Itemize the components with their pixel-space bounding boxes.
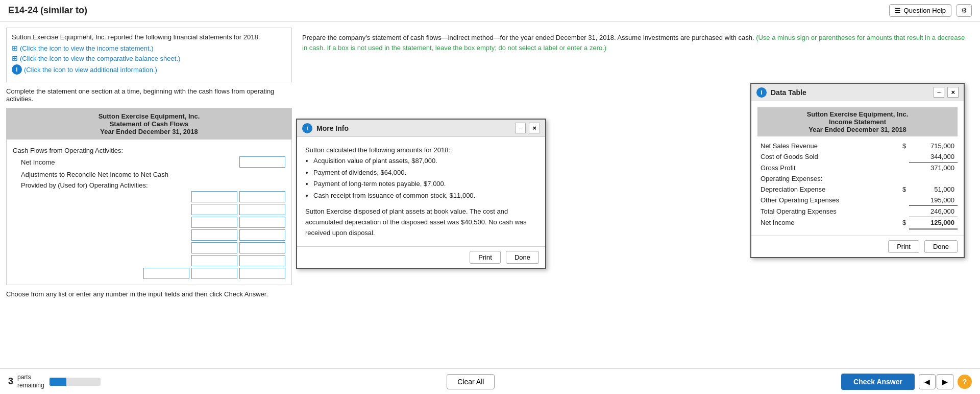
net-income-label: Net Income [21,158,239,166]
more-info-modal: i More Info − × Sutton calculated the fo… [296,119,546,269]
more-info-intro: Sutton calculated the following amounts … [305,145,537,156]
other-op-exp-amount: 195,000 [909,195,958,206]
info-icon-link: i [12,64,22,75]
depr-exp-label: Depreciation Expense [757,184,893,195]
balance-sheet-link[interactable]: ⊞ (Click the icon to view the comparativ… [12,54,286,62]
op-input-6a[interactable] [191,255,237,266]
cogs-symbol [893,151,909,163]
op-inputs-6 [191,255,285,266]
statement-header: Sutton Exercise Equipment, Inc. Statemen… [7,108,291,140]
op-input-6b[interactable] [239,255,285,266]
adjustments-label: Adjustments to Reconcile Net Income to N… [13,171,285,178]
table-row: Operating Expenses: [757,173,958,184]
bullet-2: Payment of dividends, $64,000. [313,168,537,178]
income-statement-table: Net Sales Revenue $ 715,000 Cost of Good… [757,141,958,229]
op-input-4a[interactable] [191,229,237,241]
op-row-5 [13,242,285,253]
cogs-amount: 344,000 [909,151,958,163]
more-info-modal-footer: Print Done [297,246,545,268]
list-icon: ☰ [895,7,901,14]
header: E14-24 (similar to) ☰ Question Help ⚙ [0,0,980,21]
table-row: Gross Profit 371,000 [757,163,958,174]
income-statement-link[interactable]: ⊞ (Click the icon to view the income sta… [12,44,286,52]
more-info-modal-body: Sutton calculated the following amounts … [297,137,545,246]
right-instructions-text: Prepare the company's statement of cash … [302,34,754,41]
section1-label: Cash Flows from Operating Activities: [13,147,285,154]
statement-body: Cash Flows from Operating Activities: Ne… [7,140,291,285]
op-input-4b[interactable] [239,229,285,241]
data-table-close-button[interactable]: × [947,87,959,98]
provided-label: Provided by (Used for) Operating Activit… [13,181,285,189]
additional-info-link[interactable]: i (Click the icon to view additional inf… [12,64,286,75]
left-top-info: Sutton Exercise Equipment, Inc. reported… [6,28,292,82]
op-input-7c[interactable] [239,268,285,279]
gross-profit-label: Gross Profit [757,163,893,174]
more-info-done-button[interactable]: Done [506,251,539,264]
more-info-bullets: Acquisition value of plant assets, $87,0… [313,156,537,201]
help-button[interactable]: ? [958,375,972,389]
op-input-3a[interactable] [191,217,237,228]
more-info-modal-header: i More Info − × [297,120,545,137]
left-panel: Sutton Exercise Equipment, Inc. reported… [6,28,292,362]
op-input-5a[interactable] [191,242,237,253]
bullet-1: Acquisition value of plant assets, $87,0… [313,156,537,167]
dt-statement-title: Income Statement [761,118,954,126]
prev-button[interactable]: ◀ [919,374,936,389]
clear-all-button[interactable]: Clear All [447,374,495,389]
cogs-label: Cost of Goods Sold [757,151,893,163]
net-income-input[interactable] [239,156,285,168]
data-table-body: Sutton Exercise Equipment, Inc. Income S… [751,101,964,236]
question-help-button[interactable]: ☰ Question Help [889,4,951,17]
more-info-close-button[interactable]: × [529,123,540,133]
data-table-print-button[interactable]: Print [888,240,919,253]
more-info-title: More Info [316,124,349,132]
gross-profit-amount: 371,000 [909,163,958,174]
more-info-minimize-button[interactable]: − [515,123,526,133]
parts-remaining-info: 3 partsremaining [8,374,44,389]
op-row-2 [13,204,285,215]
statement-title: Statement of Cash Flows [9,120,289,128]
gross-profit-symbol [893,163,909,174]
gear-button[interactable]: ⚙ [957,4,972,17]
intro-text: Sutton Exercise Equipment, Inc. reported… [12,33,286,41]
statement-period: Year Ended December 31, 2018 [9,128,289,135]
op-input-7b[interactable] [191,268,237,279]
data-table-controls: − × [934,87,959,98]
header-right: ☰ Question Help ⚙ [889,4,972,17]
data-table-modal-header: i Data Table − × [751,84,964,101]
table-row: Net Sales Revenue $ 715,000 [757,141,958,151]
parts-remaining-label: partsremaining [17,374,44,389]
data-table-modal-footer: Print Done [751,236,964,257]
op-input-7a[interactable] [143,268,189,279]
income-statement-link-text: (Click the icon to view the income state… [20,44,154,52]
depr-exp-amount: 51,000 [909,184,958,195]
op-exp-section-label: Operating Expenses: [757,173,893,184]
data-table-done-button[interactable]: Done [924,240,958,253]
progress-bar-fill [50,378,66,386]
other-op-exp-symbol [893,195,909,206]
total-op-exp-amount: 246,000 [909,206,958,217]
op-input-3b[interactable] [239,217,285,228]
check-answer-button[interactable]: Check Answer [841,374,915,390]
op-inputs-4 [191,229,285,241]
next-button[interactable]: ▶ [937,374,953,389]
dt-company: Sutton Exercise Equipment, Inc. [761,110,954,118]
more-info-icon: i [302,123,312,133]
table-row: Total Operating Expenses 246,000 [757,206,958,217]
table-row: Cost of Goods Sold 344,000 [757,151,958,163]
total-op-exp-label: Total Operating Expenses [757,206,893,217]
op-input-5b[interactable] [239,242,285,253]
op-input-2b[interactable] [239,204,285,215]
footer-left: 3 partsremaining [8,374,101,389]
op-input-2a[interactable] [191,204,237,215]
data-table-modal: i Data Table − × Sutton Exercise Equipme… [750,83,965,258]
op-input-1b[interactable] [239,191,285,202]
parts-count: 3 [8,376,13,387]
statement-box: Sutton Exercise Equipment, Inc. Statemen… [6,108,292,285]
dt-header: Sutton Exercise Equipment, Inc. Income S… [757,107,958,136]
footer: 3 partsremaining Clear All Check Answer … [0,368,980,394]
more-info-print-button[interactable]: Print [470,251,501,264]
op-input-1a[interactable] [191,191,237,202]
data-table-minimize-button[interactable]: − [934,87,945,98]
more-info-extra: Sutton Exercise disposed of plant assets… [305,206,537,238]
